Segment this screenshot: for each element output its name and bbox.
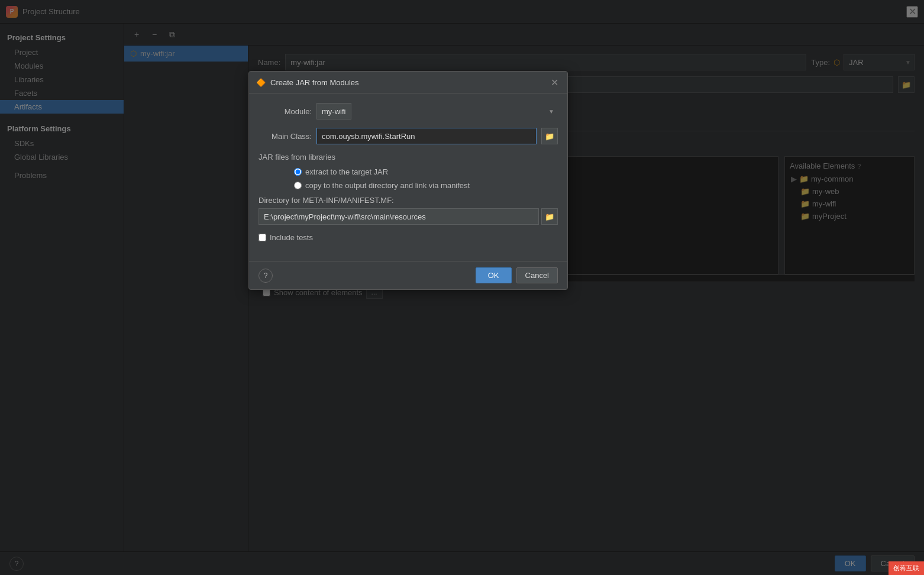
module-row: Module: my-wifi ▼ bbox=[259, 103, 558, 119]
modal-footer-buttons: OK Cancel bbox=[476, 267, 558, 283]
main-class-browse-button[interactable]: 📁 bbox=[541, 128, 558, 144]
modal-cancel-button[interactable]: Cancel bbox=[516, 267, 558, 283]
main-class-input[interactable] bbox=[316, 128, 537, 144]
jar-files-section-label: JAR files from libraries bbox=[259, 153, 558, 161]
include-tests-label: Include tests bbox=[270, 233, 313, 242]
dir-input[interactable] bbox=[259, 208, 539, 225]
modal-body: Module: my-wifi ▼ Main Class: 📁 JAR file… bbox=[249, 93, 567, 261]
modal-help-button[interactable]: ? bbox=[259, 269, 273, 283]
modal-footer: ? OK Cancel bbox=[249, 261, 567, 289]
watermark: 创蒋互联 bbox=[889, 561, 924, 575]
dir-section: Directory for META-INF/MANIFEST.MF: 📁 bbox=[259, 196, 558, 225]
main-class-label: Main Class: bbox=[259, 132, 312, 141]
modal-title: Create JAR from Modules bbox=[270, 78, 544, 87]
dir-label: Directory for META-INF/MANIFEST.MF: bbox=[259, 196, 558, 205]
modal-title-icon: 🔶 bbox=[256, 78, 266, 87]
modal-close-button[interactable]: ✕ bbox=[548, 76, 560, 88]
modal-overlay: 🔶 Create JAR from Modules ✕ Module: my-w… bbox=[0, 0, 924, 575]
modal-ok-button[interactable]: OK bbox=[476, 267, 512, 283]
create-jar-modal: 🔶 Create JAR from Modules ✕ Module: my-w… bbox=[248, 71, 568, 290]
radio-extract-label: extract to the target JAR bbox=[305, 167, 388, 176]
module-dropdown-wrapper: my-wifi ▼ bbox=[316, 103, 558, 119]
module-label: Module: bbox=[259, 107, 312, 116]
module-dropdown[interactable]: my-wifi bbox=[316, 103, 351, 119]
radio-extract-row: extract to the target JAR bbox=[259, 167, 558, 176]
dir-row: 📁 bbox=[259, 208, 558, 225]
include-tests-row: Include tests bbox=[259, 233, 558, 242]
module-dropdown-arrow-icon: ▼ bbox=[548, 108, 554, 115]
main-class-row: Main Class: 📁 bbox=[259, 128, 558, 144]
modal-titlebar: 🔶 Create JAR from Modules ✕ bbox=[249, 72, 567, 93]
radio-copy-label: copy to the output directory and link vi… bbox=[305, 181, 470, 190]
dir-browse-button[interactable]: 📁 bbox=[541, 208, 558, 225]
include-tests-checkbox[interactable] bbox=[259, 234, 266, 241]
radio-extract[interactable] bbox=[294, 168, 302, 176]
radio-copy[interactable] bbox=[294, 182, 302, 189]
radio-copy-row: copy to the output directory and link vi… bbox=[259, 181, 558, 190]
